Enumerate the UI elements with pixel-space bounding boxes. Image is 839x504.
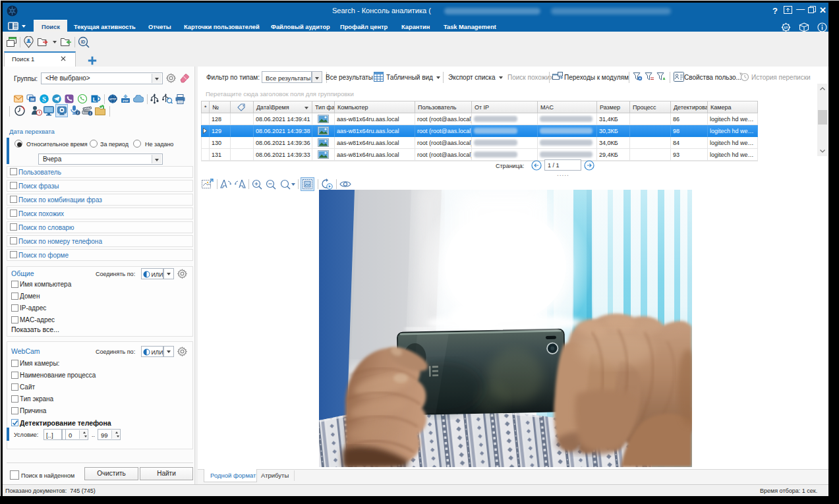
- svg-text:FTP: FTP: [123, 99, 129, 103]
- svg-text:IM: IM: [30, 98, 35, 101]
- svg-text:ID: ID: [81, 40, 86, 44]
- svg-text:L: L: [93, 96, 97, 103]
- svg-text:S: S: [42, 96, 46, 103]
- svg-text:HTTP: HTTP: [109, 98, 116, 101]
- svg-text:API: API: [784, 26, 788, 30]
